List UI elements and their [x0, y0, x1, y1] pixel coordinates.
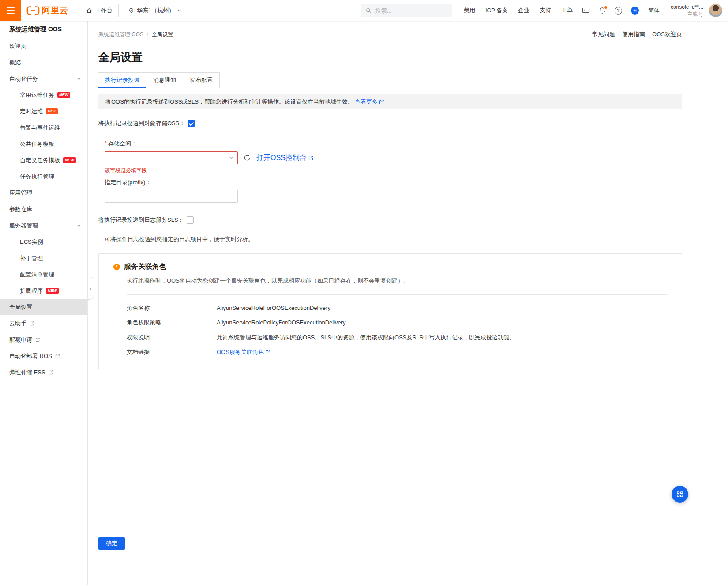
header-link[interactable]: OOS欢迎页: [652, 30, 682, 38]
info-banner: 将OOS的执行记录投递到OSS或SLS，帮助您进行分析和审计等操作。该设置仅在当…: [98, 94, 682, 109]
sidebar-item[interactable]: 自定义任务模板 NEW: [0, 152, 87, 168]
bucket-label: 存储空间：: [108, 140, 137, 148]
floating-widgets-button[interactable]: [672, 486, 688, 503]
sidebar-item-label: 定时运维: [20, 108, 43, 116]
topbar-icons: ? ✳: [582, 7, 639, 15]
notifications-bell-icon[interactable]: [599, 7, 606, 14]
role-row-value: AliyunServiceRoleForOOSExecutionDelivery: [217, 305, 330, 312]
required-mark: *: [105, 140, 107, 148]
region-selector[interactable]: 华东1（杭州）: [128, 7, 181, 15]
sidebar-item-label: 公共任务模板: [20, 140, 54, 148]
tab[interactable]: 执行记录投递: [98, 72, 146, 88]
role-policy-row: 角色权限策略 AliyunServiceRolePolicyForOOSExec…: [127, 319, 668, 326]
tab[interactable]: 发布配置: [183, 72, 220, 88]
sidebar-item-label: 云助手: [9, 320, 26, 328]
sidebar-title: 系统运维管理 OOS: [0, 21, 87, 38]
bucket-select[interactable]: [105, 151, 238, 164]
breadcrumb-current: 全局设置: [152, 31, 173, 38]
role-row-value: 允许系统管理与运维服务访问您的OSS、SLS中的资源，使用该权限向OSS及SLS…: [217, 334, 515, 341]
external-link-icon: [35, 337, 40, 342]
topbar-menu-item[interactable]: 企业: [518, 7, 529, 15]
external-link-icon: [308, 155, 314, 160]
account-menu[interactable]: console_d**... 主账号: [671, 4, 703, 18]
confirm-button[interactable]: 确定: [98, 537, 125, 550]
sls-delivery-checkbox[interactable]: [187, 216, 194, 224]
sidebar-item-label: 配置清单管理: [20, 271, 54, 279]
language-switch[interactable]: 简体: [648, 7, 660, 15]
sidebar-item[interactable]: 应用管理: [0, 185, 87, 201]
location-pin-icon: [128, 7, 134, 14]
aliyun-logo[interactable]: 阿里云: [26, 5, 68, 16]
sidebar-item[interactable]: 参数仓库: [0, 201, 87, 217]
open-oss-console-link[interactable]: 打开OSS控制台: [256, 153, 307, 163]
sidebar-item[interactable]: 定时运维 HOT: [0, 103, 87, 119]
role-row-label: 角色名称: [127, 305, 217, 312]
sidebar-item[interactable]: 概览: [0, 54, 87, 71]
role-row-label: 文档链接: [127, 349, 217, 356]
sidebar-item[interactable]: 全局设置: [0, 299, 87, 315]
topbar-menu-item[interactable]: 工单: [561, 7, 573, 15]
role-doc-row: 文档链接 OOS服务关联角色: [127, 349, 668, 356]
sidebar-item-label: 欢迎页: [9, 42, 26, 50]
console-icon[interactable]: [582, 7, 590, 14]
role-row-label: 角色权限策略: [127, 319, 217, 326]
sidebar-item-label: 弹性伸缩 ESS: [9, 369, 45, 376]
sidebar-item[interactable]: 欢迎页: [0, 38, 87, 54]
sidebar-nav: 欢迎页 概览 自动化任务: [0, 38, 87, 380]
sidebar-item-label: 自定义任务模板: [20, 156, 60, 164]
search-input[interactable]: [374, 7, 447, 15]
badge: NEW: [57, 92, 70, 98]
sidebar-item[interactable]: 任务执行管理: [0, 168, 87, 185]
role-card-description: 执行此操作时，OOS将自动为您创建一个服务关联角色，以完成相应功能（如果已经存在…: [127, 277, 668, 285]
sidebar-item[interactable]: 云助手: [0, 315, 87, 332]
workbench-button[interactable]: 工作台: [80, 4, 119, 17]
sidebar-item-label: 补丁管理: [20, 254, 43, 262]
help-icon[interactable]: ?: [615, 7, 622, 15]
see-more-link[interactable]: 查看更多: [355, 98, 378, 106]
role-doc-link[interactable]: OOS服务关联角色: [217, 349, 264, 356]
role-row-value: AliyunServiceRolePolicyForOOSExecutionDe…: [217, 319, 346, 326]
sidebar-item-label: 常用运维任务: [20, 91, 54, 99]
sidebar-item[interactable]: 告警与事件运维: [0, 119, 87, 136]
sls-delivery-label: 将执行记录投递到日志服务SLS：: [98, 216, 184, 224]
external-link-icon: [49, 370, 53, 375]
sidebar-item[interactable]: 服务器管理: [0, 217, 87, 234]
header-link[interactable]: 使用指南: [622, 30, 645, 38]
sidebar-collapse-button[interactable]: ‹: [88, 277, 94, 300]
sidebar-item[interactable]: 常用运维任务 NEW: [0, 87, 87, 103]
hamburger-menu-button[interactable]: [0, 0, 21, 21]
topbar-menu-item[interactable]: 费用: [464, 7, 475, 15]
prefix-input[interactable]: [105, 190, 238, 203]
sidebar-item[interactable]: 自动化任务: [0, 71, 87, 87]
sls-hint: 可将操作日志投递到您指定的日志项目中，便于实时分析。: [105, 235, 682, 243]
refresh-button[interactable]: [244, 154, 251, 161]
sidebar-item[interactable]: 补丁管理: [0, 250, 87, 266]
aliyun-logo-icon: [26, 6, 40, 15]
sidebar-item[interactable]: 配置清单管理: [0, 266, 87, 283]
oss-delivery-checkbox[interactable]: [188, 120, 195, 127]
topbar-menu-item[interactable]: 支持: [540, 7, 551, 15]
banner-text: 将OOS的执行记录投递到OSS或SLS，帮助您进行分析和审计等操作。该设置仅在当…: [105, 98, 353, 106]
tab[interactable]: 消息通知: [146, 72, 183, 88]
sidebar-item[interactable]: 自动化部署 ROS: [0, 348, 87, 364]
sidebar-item-label: 参数仓库: [9, 205, 32, 213]
external-link-icon: [55, 354, 60, 358]
sidebar-item[interactable]: 扩展程序 NEW: [0, 283, 87, 299]
sidebar: 系统运维管理 OOS 欢迎页 概览 自动化任务: [0, 21, 88, 585]
sidebar-item[interactable]: ECS实例: [0, 234, 87, 250]
role-card-title: 服务关联角色: [124, 262, 166, 272]
header-link[interactable]: 常见问题: [592, 30, 615, 38]
global-search[interactable]: [361, 4, 452, 17]
breadcrumb-item[interactable]: 系统运维管理 OOS: [98, 31, 143, 38]
sidebar-item[interactable]: 公共任务模板: [0, 136, 87, 152]
external-link-icon: [379, 99, 384, 104]
assistant-icon[interactable]: ✳: [631, 7, 639, 15]
warning-icon: !: [113, 264, 120, 270]
sidebar-item-label: 全局设置: [9, 303, 32, 311]
tab-bar: 执行记录投递 消息通知 发布配置: [98, 72, 682, 88]
aliyun-logo-text: 阿里云: [42, 5, 68, 16]
sidebar-item[interactable]: 弹性伸缩 ESS: [0, 364, 87, 380]
topbar-menu-item[interactable]: ICP 备案: [485, 7, 508, 15]
sidebar-item[interactable]: 配额申请: [0, 332, 87, 348]
avatar[interactable]: [709, 4, 722, 17]
